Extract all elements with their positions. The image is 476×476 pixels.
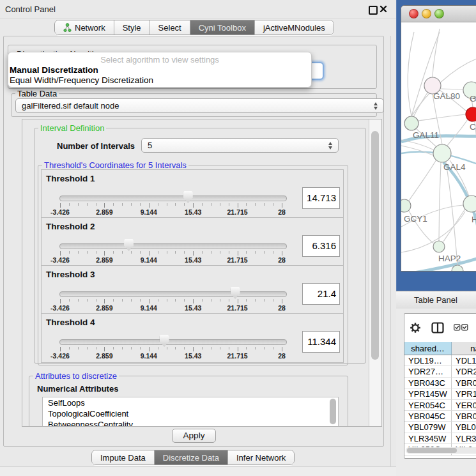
close-traffic-light-icon[interactable] — [409, 9, 418, 19]
table-cell[interactable]: YDL1 — [452, 355, 476, 366]
network-node[interactable] — [404, 116, 418, 130]
tab-impute-data[interactable]: Impute Data — [92, 450, 154, 464]
threshold-value-field[interactable]: 14.713 — [302, 187, 340, 209]
threshold-value-field[interactable]: 6.316 — [302, 235, 340, 257]
tick-mark — [87, 251, 88, 254]
slider-thumb[interactable] — [160, 335, 169, 347]
table-row[interactable]: YBR043CYBR0 — [404, 378, 476, 388]
table-cell[interactable]: YER054C — [404, 400, 452, 411]
table-row[interactable]: YLR345WYLR3 — [404, 433, 476, 444]
table-data-combobox[interactable]: galFiltered.sif default node — [15, 98, 384, 113]
table-cell[interactable]: YDR2 — [452, 366, 476, 377]
table-cell[interactable]: YPR145W — [404, 388, 452, 399]
column-header[interactable]: shared… — [404, 342, 452, 355]
table-cell[interactable]: YBL079W — [404, 422, 452, 433]
dropdown-option[interactable]: Equal Width/Frequency Discretization — [10, 75, 153, 85]
table-cell[interactable]: YBL0 — [452, 422, 476, 433]
minimize-traffic-light-icon[interactable] — [422, 9, 431, 19]
table-cell[interactable]: YBR045C — [404, 411, 452, 422]
tick-mark — [255, 299, 256, 302]
slider-track[interactable] — [59, 243, 287, 249]
network-node[interactable] — [433, 241, 445, 252]
table-row[interactable]: YER054CYER0 — [404, 400, 476, 411]
list-item[interactable]: BetweennessCentrality — [43, 419, 338, 427]
threshold-label: Threshold 2 — [46, 222, 95, 231]
float-window-icon[interactable] — [369, 6, 378, 15]
combobox-value: galFiltered.sif default node — [22, 101, 119, 111]
apply-button[interactable]: Apply — [172, 429, 216, 443]
slider-track[interactable] — [59, 291, 287, 297]
table-cell[interactable]: YDL19… — [404, 355, 452, 366]
numerical-attributes-label: Numerical Attributes — [37, 384, 118, 394]
tab-select[interactable]: Select — [150, 20, 190, 35]
tick-mark — [264, 347, 265, 349]
split-panel-icon[interactable] — [431, 322, 444, 334]
horizontal-scrollbar[interactable] — [406, 447, 476, 454]
table-row[interactable]: YBL079WYBL0 — [404, 422, 476, 433]
tick-mark — [149, 251, 150, 256]
table-cell[interactable]: YBR0 — [452, 378, 476, 388]
network-window-titlebar[interactable] — [401, 6, 476, 22]
tick-label: 2.859 — [96, 304, 112, 312]
tick-mark — [184, 347, 185, 349]
column-header[interactable]: na — [452, 342, 476, 355]
tab-discretize-data[interactable]: Discretize Data — [154, 450, 227, 464]
threshold-panel: Threshold 2 -3.4262.8599.14415.4321.7152… — [41, 217, 344, 267]
slider-thumb[interactable] — [183, 191, 193, 203]
tab-jactivemnodules[interactable]: jActiveMNodules — [254, 20, 334, 35]
attributes-list[interactable]: SelfLoopsTopologicalCoefficientBetweenne… — [42, 397, 339, 427]
table-cell[interactable]: YER0 — [452, 400, 476, 411]
network-node[interactable] — [433, 144, 451, 162]
table-cell[interactable]: YBR0 — [452, 411, 476, 422]
table-row[interactable]: YDR27…YDR2 — [404, 366, 476, 377]
tick-label: 15.43 — [185, 352, 201, 360]
number-of-intervals-combobox[interactable]: 5 — [141, 138, 339, 153]
table-row[interactable]: YPR145WYPR1 — [404, 388, 476, 399]
network-node[interactable] — [401, 199, 411, 212]
slider-thumb[interactable] — [231, 287, 240, 299]
tick-mark — [87, 299, 88, 302]
slider-thumb[interactable] — [124, 239, 134, 251]
tick-label: 28 — [278, 352, 286, 360]
gear-icon[interactable] — [410, 322, 421, 334]
tick-mark — [167, 299, 167, 302]
scrollbar-thumb[interactable] — [371, 131, 379, 360]
list-item[interactable]: TopologicalCoefficient — [43, 408, 338, 419]
dropdown-hint: Select algorithm to view settings — [8, 55, 311, 65]
list-item[interactable]: SelfLoops — [43, 397, 338, 408]
dropdown-option[interactable]: Manual Discretization — [10, 65, 98, 75]
table-row[interactable]: YDL19…YDL1 — [404, 355, 476, 366]
tick-mark — [69, 347, 70, 349]
tab-cyni-toolbox[interactable]: Cyni Toolbox — [190, 20, 254, 35]
network-node[interactable] — [466, 107, 476, 121]
checkbox-columns-icon[interactable] — [454, 324, 469, 331]
table-row[interactable]: YBR045CYBR0 — [404, 411, 476, 422]
table-cell[interactable]: YBR043C — [404, 378, 452, 388]
slider-track[interactable] — [59, 339, 287, 345]
threshold-value-field[interactable]: 21.4 — [302, 283, 340, 305]
list-scrollbar-thumb[interactable] — [330, 399, 336, 424]
tick-mark — [78, 347, 79, 349]
network-canvas[interactable]: GAL80GCGAL11GAL4GCY1HHAP2 — [401, 22, 476, 271]
table-cell[interactable]: YPR1 — [452, 388, 476, 399]
zoom-traffic-light-icon[interactable] — [434, 9, 444, 19]
tick-label: 21.715 — [227, 352, 248, 360]
tick-mark — [211, 299, 211, 302]
network-edge — [401, 146, 433, 155]
close-icon[interactable] — [380, 5, 387, 13]
tab-style[interactable]: Style — [114, 20, 150, 35]
threshold-value-field[interactable]: 11.344 — [302, 331, 340, 353]
tick-mark — [282, 299, 282, 303]
tab-infer-network[interactable]: Infer Network — [227, 450, 294, 464]
tab-network[interactable]: Network — [55, 20, 114, 35]
table-cell[interactable]: YLR345W — [404, 433, 452, 444]
tick-mark — [229, 347, 229, 349]
scrollbar-thumb[interactable] — [407, 448, 457, 453]
table-cell[interactable]: YLR3 — [452, 433, 476, 444]
network-node[interactable] — [463, 196, 476, 212]
vertical-scrollbar[interactable] — [369, 119, 381, 426]
tick-mark — [78, 251, 79, 254]
tick-mark — [167, 251, 167, 254]
slider-track[interactable] — [59, 196, 287, 201]
table-cell[interactable]: YDR27… — [404, 366, 452, 377]
